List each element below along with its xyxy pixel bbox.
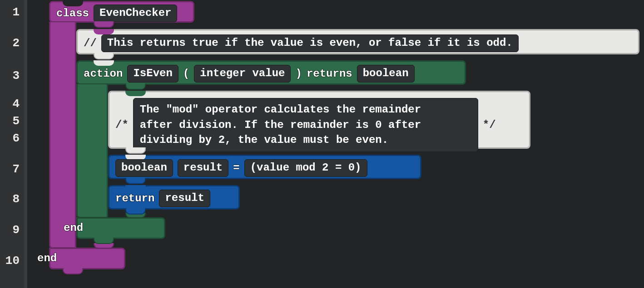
action-end-keyword: end [64, 222, 83, 234]
var-type-chip[interactable]: boolean [115, 159, 173, 177]
comment-marker: // [84, 37, 97, 49]
statement-block-return[interactable]: return result [108, 185, 240, 210]
line-number: 10 [5, 254, 20, 268]
rparen: ) [295, 68, 302, 80]
line-number: 2 [12, 36, 20, 50]
line-number-gutter: 1 2 3 4 5 6 7 8 9 10 [0, 0, 25, 288]
class-block-header[interactable]: class EvenChecker [49, 1, 194, 23]
line-number: 9 [12, 223, 20, 237]
equals-sign: = [233, 162, 239, 174]
line-number: 8 [12, 192, 20, 206]
returns-keyword: returns [307, 68, 352, 80]
class-block-footer[interactable]: end [49, 248, 125, 269]
return-keyword: return [115, 192, 154, 205]
line-number: 3 [12, 69, 20, 83]
action-block-footer[interactable]: end [76, 217, 165, 239]
action-param-chip[interactable]: integer value [194, 65, 291, 83]
var-name-chip[interactable]: result [178, 159, 228, 177]
class-name-chip[interactable]: EvenChecker [94, 5, 177, 22]
lparen: ( [183, 68, 189, 80]
return-type-chip[interactable]: boolean [357, 65, 415, 83]
line-number: 4 [12, 97, 20, 111]
class-block-spine[interactable] [49, 22, 76, 249]
comment-close-marker: */ [483, 119, 496, 131]
action-keyword: action [84, 68, 123, 80]
comment-block-multi[interactable]: /* The "mod" operator calculates the rem… [108, 91, 530, 149]
action-block-spine[interactable] [76, 84, 108, 218]
class-keyword: class [56, 7, 89, 20]
class-end-keyword: end [37, 252, 57, 264]
action-block-header[interactable]: action IsEven ( integer value ) returns … [76, 60, 466, 85]
code-canvas[interactable]: class EvenChecker end // This returns tr… [27, 0, 644, 288]
expression-chip[interactable]: (value mod 2 = 0) [244, 159, 367, 177]
line-number: 6 [12, 132, 20, 145]
comment-multi-text[interactable]: The "mod" operator calculates the remain… [133, 98, 478, 152]
comment-block-single[interactable]: // This returns true if the value is eve… [76, 29, 639, 54]
comment-text[interactable]: This returns true if the value is even, … [101, 34, 519, 52]
return-expr-chip[interactable]: result [159, 190, 210, 207]
line-number: 1 [12, 5, 20, 19]
statement-block-declaration[interactable]: boolean result = (value mod 2 = 0) [108, 155, 421, 179]
comment-open-marker: /* [115, 119, 129, 131]
line-number: 5 [12, 114, 20, 128]
action-name-chip[interactable]: IsEven [127, 65, 178, 83]
line-number: 7 [12, 162, 20, 176]
